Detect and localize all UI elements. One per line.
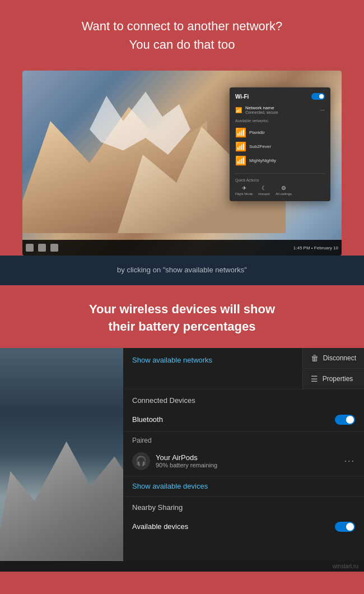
hotspot-icon: ☾	[262, 185, 267, 191]
disconnect-icon: 🗑	[311, 354, 319, 363]
taskbar-right: 1:45 PM • February 10	[293, 245, 338, 250]
properties-icon: ☰	[311, 374, 318, 383]
nearby-sharing-label: Nearby Sharing	[123, 496, 364, 515]
bottom-header: Your wireless devices will show their ba…	[0, 285, 364, 348]
wifi-network-item-2[interactable]: 📶 Sub2Fever	[235, 140, 325, 154]
watermark-text: winstart.ru	[333, 563, 358, 569]
panel-left-image	[0, 348, 123, 561]
disconnect-label: Disconnect	[323, 354, 356, 362]
taskbar-left	[26, 244, 58, 252]
wifi-qa-flight-mode[interactable]: ✈ Flight Mode	[235, 185, 253, 196]
wifi-network-name-1: PlankBr	[249, 130, 265, 135]
wifi-available-label: Available networks:	[235, 119, 325, 123]
wifi-item-icon-1: 📶	[235, 127, 246, 138]
device-name: Your AirPods	[156, 453, 339, 462]
bluetooth-label: Bluetooth	[132, 415, 335, 424]
wifi-network-info: Network name Connected, secure	[245, 105, 278, 114]
watermark: winstart.ru	[0, 561, 364, 572]
wifi-network-status: Connected, secure	[245, 110, 278, 114]
taskview-icon[interactable]	[50, 244, 58, 252]
bottom-title-line1: Your wireless devices will show	[17, 301, 347, 318]
wifi-qa-label: Quick Actions	[235, 178, 325, 182]
device-battery: 90% battery remaining	[156, 462, 339, 468]
wifi-item-icon-3: 📶	[235, 155, 246, 166]
hotspot-label: Hotspot	[258, 192, 270, 196]
wifi-network-item-3[interactable]: 📶 MightyNightly	[235, 154, 325, 168]
wifi-signal-icon: 📶	[235, 107, 242, 113]
show-available-devices-link[interactable]: Show available devices	[123, 476, 364, 496]
bluetooth-row: Bluetooth	[123, 408, 364, 432]
wifi-qa-row: ✈ Flight Mode ☾ Hotspot ⚙ All settings	[235, 185, 325, 196]
panel-left-mountain	[0, 412, 123, 561]
settings-top-row: Show available networks 🗑 Disconnect ☰ P…	[123, 348, 364, 389]
wifi-network-name-2: Sub2Fever	[249, 144, 271, 149]
available-devices-row: Available devices	[123, 515, 364, 539]
settings-panel: Show available networks 🗑 Disconnect ☰ P…	[123, 348, 364, 561]
disconnect-button[interactable]: 🗑 Disconnect	[303, 348, 364, 369]
airpods-icon: 🎧	[132, 452, 150, 470]
search-icon[interactable]	[38, 244, 46, 252]
middle-section: by clicking on "show available networks"	[0, 256, 364, 285]
screenshot-card: Wi-Fi 📶 Network name Connected, secure ·…	[22, 71, 342, 256]
wifi-qa-settings[interactable]: ⚙ All settings	[276, 185, 292, 196]
device-more-icon[interactable]: ···	[344, 456, 355, 466]
bottom-panel-wrapper: Show available networks 🗑 Disconnect ☰ P…	[0, 348, 364, 561]
wifi-network-item-1[interactable]: 📶 PlankBr	[235, 126, 325, 140]
show-available-networks-link[interactable]: Show available networks	[123, 348, 302, 389]
taskbar: 1:45 PM • February 10	[22, 240, 342, 256]
all-settings-label: All settings	[276, 192, 292, 196]
connected-devices-header: Connected Devices	[123, 389, 364, 408]
available-devices-toggle[interactable]	[335, 522, 355, 532]
wifi-quick-actions: Quick Actions ✈ Flight Mode ☾ Hotspot ⚙ …	[235, 173, 325, 196]
available-devices-label: Available devices	[132, 522, 335, 531]
screenshot-inner: Wi-Fi 📶 Network name Connected, secure ·…	[22, 71, 342, 256]
bluetooth-toggle[interactable]	[335, 415, 355, 425]
wifi-item-icon-2: 📶	[235, 141, 246, 152]
bottom-title-line2: their battery percentages	[17, 318, 347, 336]
flight-mode-label: Flight Mode	[235, 192, 253, 196]
top-title-line2: You can do that too	[11, 35, 353, 54]
wifi-network-name-3: MightyNightly	[249, 158, 276, 163]
top-section: Want to connect to another network? You …	[0, 0, 364, 65]
wifi-connected-network: 📶 Network name Connected, secure ···	[235, 105, 325, 114]
flight-mode-icon: ✈	[242, 185, 246, 191]
bottom-panel-section: Show available networks 🗑 Disconnect ☰ P…	[0, 348, 364, 561]
wifi-toggle[interactable]	[311, 93, 325, 100]
wifi-panel-title: Wi-Fi	[235, 94, 249, 100]
start-icon[interactable]	[26, 244, 34, 252]
properties-label: Properties	[323, 375, 353, 383]
wifi-panel-header: Wi-Fi	[235, 93, 325, 100]
all-settings-icon: ⚙	[281, 185, 286, 191]
wifi-more-icon[interactable]: ···	[320, 107, 325, 113]
properties-button[interactable]: ☰ Properties	[303, 369, 364, 389]
device-info: Your AirPods 90% battery remaining	[156, 453, 339, 468]
wifi-panel: Wi-Fi 📶 Network name Connected, secure ·…	[230, 87, 330, 201]
taskbar-time: 1:45 PM • February 10	[293, 245, 338, 250]
wifi-qa-hotspot[interactable]: ☾ Hotspot	[258, 185, 270, 196]
settings-actions: 🗑 Disconnect ☰ Properties	[302, 348, 364, 389]
device-row-airpods: 🎧 Your AirPods 90% battery remaining ···	[123, 447, 364, 476]
wifi-network-name: Network name	[245, 105, 278, 110]
top-title-line1: Want to connect to another network?	[11, 17, 353, 35]
paired-label: Paired	[123, 432, 364, 447]
middle-caption: by clicking on "show available networks"	[11, 266, 353, 274]
